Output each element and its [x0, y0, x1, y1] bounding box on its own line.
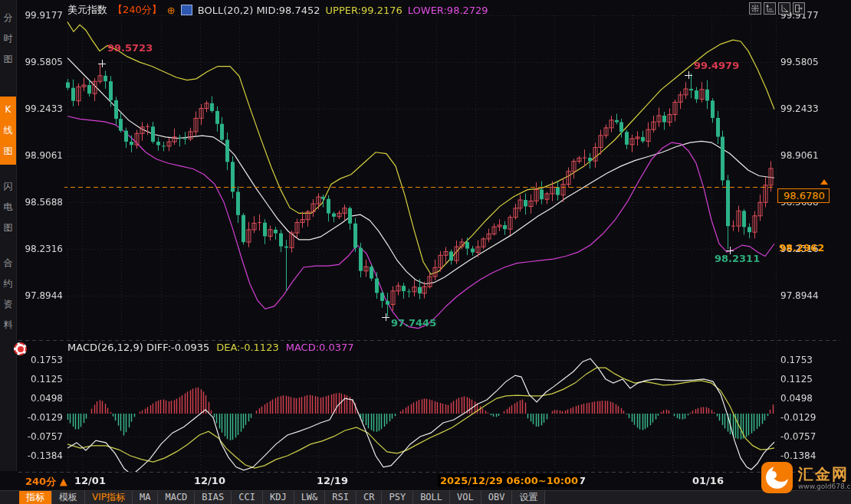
add-indicator-icon[interactable]: ⊕ [167, 5, 176, 16]
toolbar-button-模板[interactable]: 模板 [52, 491, 85, 504]
toolbar-button-lw&[interactable]: LW& [294, 491, 326, 504]
chart-header: 美元指数 【240分】 ⊕ BOLL(20,2) MID:98.7452 UPP… [67, 3, 488, 17]
time-axis-label: 01/16 [692, 475, 724, 486]
logo-url: www.gold678.com [798, 483, 851, 490]
toolbar-button-cr[interactable]: CR [356, 491, 382, 504]
price-tag-arrow-icon [820, 179, 828, 185]
indicator-toolbar: 指标模板VIP指标MAMACDBIASCCIKDJLW&RSICRPSYBOLL… [0, 490, 851, 504]
period-badge: 【240分】 [113, 3, 162, 17]
symbol-title: 美元指数 [67, 3, 107, 17]
time-axis-label: 12/19 [317, 475, 348, 486]
price-chart-canvas[interactable] [0, 0, 851, 504]
toolbar-button-psy[interactable]: PSY [382, 491, 413, 504]
toolbar-button-obv[interactable]: OBV [481, 491, 513, 504]
toolbar-button-bias[interactable]: BIAS [195, 491, 232, 504]
zoom-in-icon[interactable] [764, 2, 776, 15]
toolbar-button-macd[interactable]: MACD [158, 491, 195, 504]
time-axis-label: 12/01 [74, 475, 106, 486]
time-axis: 240分 ▲ 12/0112/1012/19—01/0701/162025/12… [0, 472, 851, 490]
logo-icon [761, 462, 793, 493]
boll-label: BOLL(20,2) MID:98.7452 [198, 5, 320, 16]
macd-value: MACD:0.0377 [286, 342, 354, 353]
time-axis-label: 12/10 [194, 475, 225, 486]
boll-lower-value: LOWER:98.2729 [408, 5, 488, 16]
lower-band-tag: 98.2962 [779, 242, 824, 254]
toolbar-button-设置[interactable]: 设置 [512, 491, 545, 504]
sidebar-item-1[interactable]: K线图 [0, 97, 16, 165]
toolbar-button-指标[interactable]: 指标 [19, 491, 52, 504]
selected-range-label: 2025/12/29 06:00~10:00 [438, 474, 580, 487]
logo-title: 汇金网 [798, 466, 851, 483]
boll-upper-value: UPPER:99.2176 [326, 5, 402, 16]
site-logo: 汇金网 www.gold678.com [761, 462, 851, 493]
exit-icon[interactable] [793, 2, 805, 15]
toolbar-button-boll[interactable]: BOLL [413, 491, 450, 504]
sidebar-item-0[interactable]: 分时图 [0, 5, 16, 73]
toolbar-button-vip指标[interactable]: VIP指标 [85, 491, 133, 504]
macd-name-label: MACD(26,12,9) DIFF:-0.0935 [67, 342, 209, 353]
chart-tool-icons [749, 2, 805, 15]
toolbar-button-kdj[interactable]: KDJ [263, 491, 294, 504]
sidebar: 分时图K线图闪电图合约资料 [0, 0, 17, 471]
toolbar-button-cci[interactable]: CCI [232, 491, 263, 504]
indicator-settings-icon[interactable] [14, 342, 27, 355]
toolbar-button-vol[interactable]: VOL [450, 491, 481, 504]
sidebar-item-3[interactable]: 合约资料 [0, 250, 16, 339]
zoom-out-icon[interactable] [778, 2, 790, 15]
timeframe-label[interactable]: 240分 ▲ [25, 475, 67, 489]
sidebar-item-2[interactable]: 闪电图 [0, 173, 16, 241]
macd-dea-value: DEA:-0.1123 [216, 342, 278, 353]
toolbar-button-ma[interactable]: MA [133, 491, 158, 504]
current-price-tag: 98.6780 [777, 188, 830, 203]
chart-type-icon[interactable] [181, 5, 192, 15]
pan-icon[interactable] [749, 2, 761, 15]
chart-app: 分时图K线图闪电图合约资料 美元指数 【240分】 ⊕ BOLL(20,2) M… [0, 0, 851, 504]
macd-header: MACD(26,12,9) DIFF:-0.0935 DEA:-0.1123 M… [67, 342, 354, 353]
toolbar-button-rsi[interactable]: RSI [325, 491, 356, 504]
